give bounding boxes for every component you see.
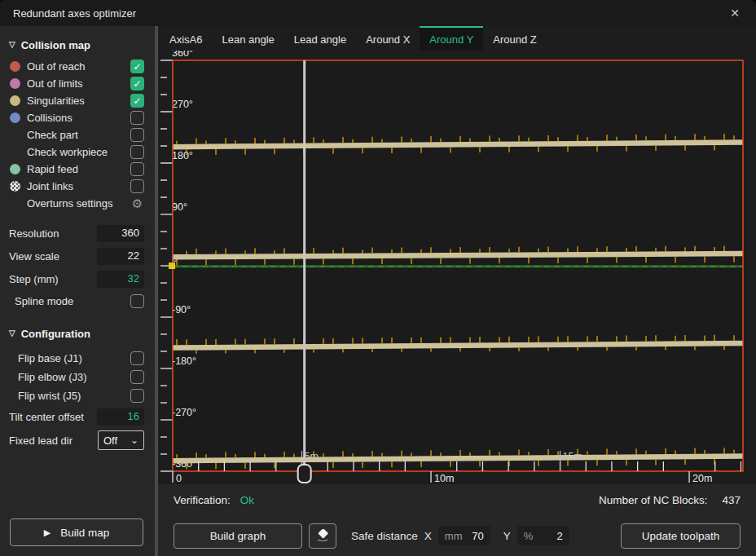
tab-label: Around X: [366, 33, 410, 46]
tab-label: Around Z: [493, 33, 536, 46]
main-panel: AxisA6 Lean angle Lead angle Around X Ar…: [158, 26, 756, 556]
build-graph-button[interactable]: Build graph: [174, 523, 302, 549]
x-axis-label: 20m: [692, 473, 712, 484]
flip-wrist-row: Flip wrist (J5): [0, 386, 155, 405]
legend-row-out-of-reach: Out of reach ✓: [0, 58, 155, 75]
play-icon: ▶: [44, 528, 51, 537]
collapse-triangle-icon: ▽: [9, 41, 15, 49]
singularities-checkbox[interactable]: ✓: [130, 94, 144, 108]
zero-axis-marker: [169, 263, 175, 269]
y-axis-label: -90°: [172, 304, 191, 316]
tab-label: Lead angle: [294, 33, 346, 46]
resolution-field: Resolution 360: [0, 222, 155, 245]
spline-mode-label: Spline mode: [15, 295, 73, 307]
tab-lead-angle[interactable]: Lead angle: [284, 26, 356, 51]
window-title: Redundant axes optimizer: [13, 7, 136, 20]
nc-blocks-label: Number of NC Blocks:: [599, 494, 708, 506]
step-field: Step (mm) 32: [0, 267, 155, 290]
verification-label: Verification:: [174, 494, 231, 506]
out-of-limits-checkbox[interactable]: ✓: [130, 77, 144, 90]
tab-label: Lean angle: [222, 33, 274, 46]
chart-area[interactable]: 360°270°180°90°0-90°-180°-270°-360°010m2…: [158, 51, 756, 484]
collapse-triangle-icon: ▽: [9, 329, 15, 338]
out-of-reach-swatch: [10, 61, 20, 72]
flip-elbow-row: Flip elbow (J3): [0, 368, 155, 386]
update-toolpath-button[interactable]: Update toolpath: [621, 523, 741, 549]
x-value: 70: [472, 530, 483, 542]
view-scale-input[interactable]: 22: [97, 248, 144, 265]
title-bar: Redundant axes optimizer ✕: [0, 0, 756, 26]
collisions-checkbox[interactable]: [130, 111, 144, 125]
flip-elbow-checkbox[interactable]: [130, 370, 144, 384]
legend-row-rapid-feed: Rapid feed: [0, 161, 155, 178]
tab-label: AxisA6: [169, 33, 202, 46]
build-map-button[interactable]: ▶ Build map: [10, 518, 143, 546]
inner-distance-label: 15m: [563, 451, 582, 462]
legend-label: Out of reach: [27, 60, 86, 73]
gear-icon[interactable]: ⚙: [130, 197, 144, 210]
update-toolpath-label: Update toolpath: [642, 530, 719, 542]
nc-blocks-value: 437: [722, 494, 741, 506]
check-workpiece-checkbox[interactable]: [130, 145, 144, 159]
legend-row-out-of-limits: Out of limits ✓: [0, 75, 155, 92]
verification-status-value: Ok: [240, 494, 254, 506]
inner-distance-label: 5m: [305, 451, 319, 462]
build-map-label: Build map: [60, 527, 109, 539]
collision-map-header[interactable]: ▽ Collision map: [0, 36, 155, 54]
tab-bar: AxisA6 Lean angle Lead angle Around X Ar…: [158, 26, 756, 51]
x-axis-label: 0: [176, 473, 182, 484]
joint-links-checkbox[interactable]: [130, 179, 144, 193]
tab-axisa6[interactable]: AxisA6: [160, 26, 212, 51]
x-unit: mm: [445, 530, 463, 542]
tab-around-z[interactable]: Around Z: [483, 26, 546, 51]
check-part-checkbox[interactable]: [130, 128, 144, 142]
configuration-header[interactable]: ▽ Configuration: [0, 324, 155, 342]
y-axis-label: 180°: [172, 150, 193, 161]
around-y-angle-chart[interactable]: 360°270°180°90°0-90°-180°-270°-360°010m2…: [158, 51, 756, 484]
rapid-feed-swatch: [10, 164, 20, 174]
legend-label: Out of limits: [27, 77, 83, 90]
nc-blocks-group: Number of NC Blocks: 437: [599, 494, 741, 506]
chevron-down-icon: ⌄: [130, 438, 138, 443]
safe-distance-x-label: X: [424, 530, 432, 542]
y-axis-label: 270°: [172, 99, 193, 110]
build-graph-label: Build graph: [210, 530, 266, 542]
spline-mode-checkbox[interactable]: [130, 294, 144, 308]
bottom-toolbar: Build graph Safe distance X mm 70 Y % 2 …: [158, 515, 756, 556]
resolution-input[interactable]: 360: [97, 225, 144, 242]
y-axis-label: 90°: [172, 201, 187, 213]
legend-row-joint-links: Joint links: [0, 178, 155, 195]
close-icon[interactable]: ✕: [727, 7, 743, 20]
step-input[interactable]: 32: [97, 271, 144, 288]
eraser-icon: [315, 529, 330, 542]
legend-label: Check part: [27, 129, 78, 141]
legend-label: Check workpiece: [27, 146, 108, 158]
flip-base-row: Flip base (J1): [0, 349, 155, 368]
fixed-lead-dir-field: Fixed lead dir Off ⌄: [0, 428, 155, 452]
y-axis-label: -270°: [172, 407, 196, 418]
cursor-drag-handle[interactable]: [298, 465, 311, 483]
eraser-button[interactable]: [309, 523, 336, 549]
legend-row-check-part: Check part: [0, 126, 155, 143]
spline-mode-row: Spline mode: [0, 290, 155, 311]
legend-row-singularities: Singularities ✓: [0, 92, 155, 109]
tab-around-x[interactable]: Around X: [356, 26, 420, 51]
flip-base-checkbox[interactable]: [130, 351, 144, 365]
y-axis-label: -180°: [172, 355, 196, 367]
tab-around-y[interactable]: Around Y: [420, 26, 483, 51]
view-scale-field: View scale 22: [0, 245, 155, 267]
status-bar: Verification: Ok Number of NC Blocks: 43…: [158, 484, 756, 515]
y-axis-label: 360°: [172, 51, 193, 59]
tilt-center-offset-input[interactable]: 16: [97, 408, 144, 426]
sidebar: ▽ Collision map Out of reach ✓ Out of li…: [0, 26, 155, 556]
out-of-reach-checkbox[interactable]: ✓: [130, 60, 144, 73]
flip-wrist-checkbox[interactable]: [130, 389, 144, 403]
safe-distance-x-input[interactable]: mm 70: [438, 526, 490, 545]
safe-distance-y-input[interactable]: % 2: [517, 526, 569, 545]
safe-distance-y-label: Y: [503, 530, 511, 542]
rapid-feed-checkbox[interactable]: [130, 162, 144, 176]
fixed-lead-dir-select[interactable]: Off ⌄: [98, 430, 144, 450]
legend-row-check-workpiece: Check workpiece: [0, 143, 155, 161]
tab-lean-angle[interactable]: Lean angle: [212, 26, 284, 51]
view-scale-label: View scale: [9, 250, 59, 263]
